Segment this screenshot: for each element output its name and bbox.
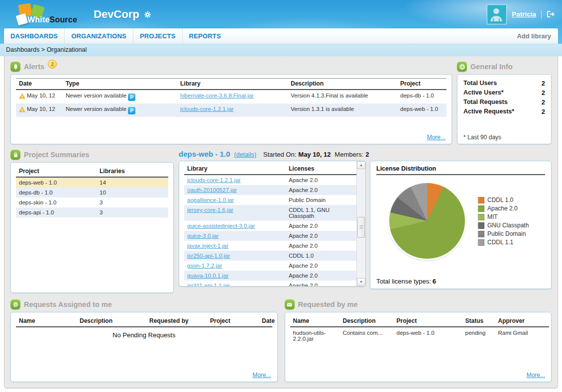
pie-legend: CDDL 1.0 Apache 2.0 MIT GNU Classpath Pu… [478, 196, 529, 247]
library-link[interactable]: aopalliance-1.0.jar [187, 197, 234, 203]
library-link[interactable]: jersey-core-1.6.jar [187, 207, 233, 213]
total-license-types: Total license types:6 [376, 278, 436, 285]
requested-by-me-col-header: Name [290, 316, 340, 327]
svg-text:!: ! [21, 95, 23, 99]
general-info-title: General Info [470, 63, 513, 71]
project-row[interactable]: deps-web - 1.014 [16, 177, 168, 188]
requested-by-me-more-link[interactable]: More... [527, 372, 545, 379]
alert-library-link[interactable]: hibernate-core-3.6.8.Final.jar [180, 93, 254, 98]
library-row: gson-1.7.2.jar Apache 2.0 [184, 261, 356, 271]
add-library-button[interactable]: Add library [510, 32, 558, 40]
alert-row: !May 10, 12 Newer version available P jc… [16, 103, 447, 117]
legend-label: Public Domain [487, 230, 526, 238]
alerts-more-link[interactable]: More... [427, 134, 446, 141]
header-divider [541, 10, 542, 18]
scrollbar-thumb[interactable]: ☰ [357, 217, 365, 238]
info-value: 2 [542, 107, 545, 116]
project-summaries-section: Project Summaries ProjectLibraries deps-… [10, 145, 174, 293]
brand-text: WhiteSource [27, 15, 77, 24]
top-bar: WhiteSource DevCorp Patricia [0, 0, 562, 28]
alerts-col-header: Project [397, 79, 447, 90]
library-link[interactable]: jclouds-core-1.2.1.jar [187, 177, 240, 183]
alert-library-link[interactable]: jclouds-core-1.2.1.jar [180, 106, 233, 112]
project-summaries-panel: ProjectLibraries deps-web - 1.014 deps-d… [10, 162, 174, 293]
scrollbar[interactable]: ▲ ☰ ▼ [356, 161, 365, 286]
library-link[interactable]: oauth-20100527.jar [187, 187, 237, 193]
library-row: aopalliance-1.0.jar Public Domain [184, 195, 356, 205]
user-name-link[interactable]: Patricia [512, 10, 536, 18]
library-row: guava-10.0.1.jar Apache 2.0 [184, 271, 356, 281]
dashboard-content: Alerts 2 DateTypeLibraryDescriptionProje… [4, 56, 558, 389]
scroll-up-button[interactable]: ▲ [357, 161, 365, 169]
general-info-title-row: General Info [457, 62, 552, 72]
library-row: jersey-core-1.6.jar CDDL 1.1, GNU Classp… [184, 205, 356, 221]
scrollbar-track[interactable]: ☰ [357, 169, 365, 278]
library-link[interactable]: guice-3.0.jar [187, 233, 219, 239]
info-value: 2 [542, 98, 545, 107]
requested-by-me-panel: NameDescriptionProjectStatusApproverDate… [285, 312, 552, 382]
gear-icon[interactable] [144, 11, 151, 18]
alerts-count-badge: 2 [48, 60, 57, 69]
project-row[interactable]: deps-db - 1.010 [16, 188, 168, 197]
library-link[interactable]: jsr311-api-1.1.jar [187, 283, 229, 286]
requested-by-me-col-header: Description [340, 316, 394, 327]
library-link[interactable]: javax.inject-1.jar [187, 243, 228, 249]
libraries-scroll-area: LibraryLicenses jclouds-core-1.2.1.jar A… [179, 161, 356, 286]
legend-item: Public Domain [478, 230, 529, 238]
started-on-label: Started On: [263, 151, 296, 158]
warning-icon: ! [19, 106, 25, 113]
library-link[interactable]: jsr250-api-1.0.jar [187, 253, 230, 259]
requests-assigned-table: NameDescriptionRequested byProjectDate N… [16, 316, 272, 341]
members-label: Members: [335, 151, 363, 158]
nav-item-dashboards[interactable]: DASHBOARDS [4, 28, 64, 44]
requested-by-me-section: Requested by me NameDescriptionProjectSt… [285, 295, 552, 382]
alerts-col-header: Date [16, 79, 63, 90]
logout-icon[interactable] [547, 10, 555, 18]
scroll-down-button[interactable]: ▼ [357, 278, 365, 286]
info-label: Active Requests* [463, 107, 514, 116]
library-row: oauth-20100527.jar Apache 2.0 [184, 185, 356, 195]
libraries-col-header: Library [184, 164, 286, 175]
projects-col-header: Project [16, 166, 97, 177]
requests-assigned-col-header: Name [16, 316, 77, 327]
alerts-title: Alerts [24, 63, 44, 71]
legend-item: MIT [478, 213, 529, 221]
legend-label: CDDL 1.0 [487, 196, 513, 204]
nav-item-reports[interactable]: REPORTS [182, 28, 227, 44]
globe-icon [457, 62, 467, 72]
chart-area: CDDL 1.0 Apache 2.0 MIT GNU Classpath Pu… [376, 175, 545, 259]
libraries-table: LibraryLicenses jclouds-core-1.2.1.jar A… [184, 164, 356, 286]
request-row: hudson-utils-2.2.0.jar Contains com... d… [290, 327, 549, 380]
org-name: DevCorp [94, 8, 139, 21]
user-area: Patricia [487, 4, 555, 24]
legend-item: CDDL 1.1 [478, 238, 529, 247]
alerts-table: DateTypeLibraryDescriptionProject !May 1… [16, 78, 447, 117]
legend-label: MIT [487, 213, 498, 221]
legend-swatch [478, 205, 484, 212]
library-link[interactable]: guava-10.0.1.jar [187, 273, 228, 279]
project-details-link[interactable]: (details) [234, 151, 256, 158]
requests-assigned-panel: NameDescriptionRequested byProjectDate N… [10, 312, 278, 382]
library-link[interactable]: gson-1.7.2.jar [187, 263, 222, 269]
whitesource-logo[interactable]: WhiteSource [4, 1, 80, 28]
requests-assigned-more-link[interactable]: More... [252, 372, 271, 379]
info-row: Active Requests* 2 [463, 107, 545, 116]
license-distribution-title: License Distribution [376, 164, 545, 175]
project-row[interactable]: deps-api - 1.03 [16, 207, 168, 217]
avatar[interactable] [487, 4, 507, 24]
nav-item-organizations[interactable]: ORGANIZATIONS [64, 28, 133, 44]
requests-assigned-col-header: Requested by [146, 316, 207, 327]
libraries-col-header: Licenses [286, 164, 356, 175]
project-row[interactable]: deps-skin - 1.03 [16, 197, 168, 207]
alert-row: !May 10, 12 Newer version available P hi… [16, 90, 447, 103]
library-row: jsr250-api-1.0.jar CDDL 1.0 [184, 251, 356, 261]
info-label: Total Requests [463, 98, 508, 107]
library-row: jsr311-api-1.1.jar Apache 2.0 [184, 281, 356, 286]
project-detail-section: deps-web - 1.0 (details) Started On: May… [179, 145, 552, 293]
empty-row: No Pending Requests [16, 327, 272, 341]
general-info-panel: Total Users 2 Active Users* 2 Total Requ… [457, 74, 552, 144]
policy-badge: P [128, 107, 135, 114]
general-info-section: General Info Total Users 2 Active Users*… [457, 57, 552, 144]
nav-item-projects[interactable]: PROJECTS [133, 28, 182, 44]
library-link[interactable]: guice-assistedinject-3.0.jar [187, 223, 255, 229]
